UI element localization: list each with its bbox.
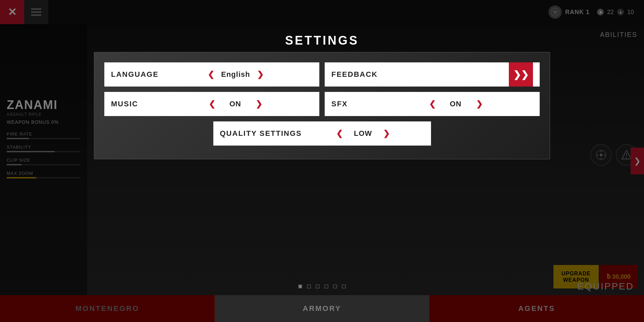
sfx-control: ON bbox=[378, 98, 533, 110]
language-control: English bbox=[159, 68, 313, 80]
music-control: ON bbox=[158, 98, 313, 110]
language-value: English bbox=[221, 70, 250, 79]
settings-grid: LANGUAGE English FEEDBACK ❯❯ bbox=[104, 62, 540, 116]
language-setting-row: LANGUAGE English bbox=[104, 62, 319, 87]
language-prev-button[interactable] bbox=[206, 68, 216, 80]
feedback-button[interactable]: ❯❯ bbox=[509, 62, 533, 87]
language-left-arrow-icon bbox=[208, 70, 214, 79]
modal-overlay: SETTINGS LANGUAGE English FEEDBAC bbox=[0, 0, 644, 322]
language-next-button[interactable] bbox=[256, 68, 265, 80]
quality-setting-row: QUALITY SETTINGS LOW bbox=[213, 121, 431, 146]
sfx-label: SFX bbox=[331, 100, 378, 108]
quality-value: LOW bbox=[350, 129, 376, 138]
music-label: MUSIC bbox=[111, 100, 158, 108]
music-next-button[interactable] bbox=[254, 98, 264, 110]
quality-left-arrow-icon bbox=[336, 129, 343, 138]
quality-label: QUALITY SETTINGS bbox=[220, 129, 302, 138]
quality-control: LOW bbox=[302, 127, 424, 140]
quality-next-button[interactable] bbox=[382, 127, 391, 140]
sfx-setting-row: SFX ON bbox=[325, 92, 540, 116]
quality-prev-button[interactable] bbox=[335, 127, 344, 140]
music-right-arrow-icon bbox=[256, 99, 262, 109]
music-setting-row: MUSIC ON bbox=[104, 92, 319, 116]
sfx-left-arrow-icon bbox=[429, 99, 436, 109]
music-prev-button[interactable] bbox=[207, 98, 217, 110]
feedback-setting-row: FEEDBACK ❯❯ bbox=[325, 62, 540, 87]
sfx-value: ON bbox=[442, 100, 469, 108]
quality-right-arrow-icon bbox=[383, 129, 390, 138]
settings-panel: LANGUAGE English FEEDBACK ❯❯ bbox=[94, 52, 550, 159]
sfx-right-arrow-icon bbox=[476, 99, 483, 109]
settings-title: SETTINGS bbox=[285, 34, 359, 48]
language-right-arrow-icon bbox=[257, 70, 264, 79]
music-value: ON bbox=[222, 100, 249, 108]
feedback-control: ❯❯ bbox=[378, 62, 533, 87]
music-left-arrow-icon bbox=[209, 99, 215, 109]
sfx-next-button[interactable] bbox=[475, 98, 484, 110]
feedback-label: FEEDBACK bbox=[331, 70, 378, 79]
sfx-prev-button[interactable] bbox=[428, 98, 437, 110]
language-label: LANGUAGE bbox=[111, 70, 159, 79]
feedback-arrow-icon: ❯❯ bbox=[513, 69, 529, 80]
